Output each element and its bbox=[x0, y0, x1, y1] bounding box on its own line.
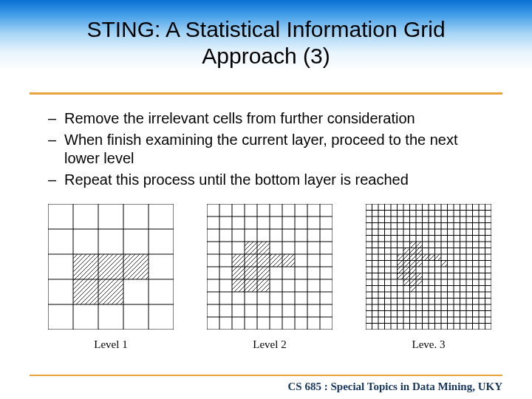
slide-footer: CS 685 : Special Topics in Data Mining, … bbox=[30, 375, 502, 393]
svg-rect-4 bbox=[73, 254, 98, 279]
svg-rect-90 bbox=[416, 279, 423, 286]
svg-rect-28 bbox=[245, 254, 257, 267]
svg-rect-71 bbox=[410, 254, 417, 261]
slide-title: STING: A Statistical Information Grid Ap… bbox=[0, 0, 532, 69]
svg-rect-69 bbox=[398, 254, 404, 261]
svg-rect-87 bbox=[416, 273, 423, 280]
grid-svg bbox=[366, 204, 491, 330]
title-line-2: Approach (3) bbox=[202, 44, 330, 68]
svg-rect-83 bbox=[410, 267, 417, 273]
svg-rect-75 bbox=[435, 254, 442, 261]
svg-rect-7 bbox=[73, 279, 98, 304]
svg-rect-25 bbox=[245, 242, 257, 254]
svg-rect-89 bbox=[410, 279, 417, 286]
svg-rect-35 bbox=[232, 279, 245, 292]
svg-rect-8 bbox=[98, 279, 123, 304]
svg-rect-66 bbox=[403, 248, 410, 255]
svg-rect-73 bbox=[423, 254, 429, 261]
title-line-1: STING: A Statistical Information Grid bbox=[86, 17, 445, 41]
svg-rect-82 bbox=[403, 267, 410, 273]
svg-rect-85 bbox=[403, 273, 410, 280]
bullet-list: Remove the irrelevant cells from further… bbox=[48, 109, 484, 189]
svg-rect-81 bbox=[398, 267, 404, 273]
svg-rect-27 bbox=[232, 254, 245, 267]
svg-rect-86 bbox=[410, 273, 417, 280]
svg-rect-77 bbox=[403, 261, 410, 267]
svg-rect-64 bbox=[410, 242, 417, 248]
bullet-item: When finish examining the current layer,… bbox=[48, 131, 484, 168]
svg-rect-26 bbox=[257, 242, 270, 254]
svg-rect-31 bbox=[282, 254, 295, 267]
grid-svg bbox=[48, 204, 174, 330]
title-underline bbox=[30, 92, 502, 95]
svg-rect-34 bbox=[257, 267, 270, 279]
svg-rect-33 bbox=[245, 267, 257, 279]
grid-caption: Level 1 bbox=[94, 338, 127, 351]
grid-caption: Leve. 3 bbox=[412, 338, 446, 351]
svg-rect-6 bbox=[123, 254, 149, 279]
svg-rect-78 bbox=[410, 261, 417, 267]
svg-rect-32 bbox=[232, 267, 245, 279]
grid-block: Leve. 3 bbox=[366, 204, 491, 351]
svg-rect-79 bbox=[416, 261, 423, 267]
svg-rect-5 bbox=[98, 254, 123, 279]
grid-svg bbox=[207, 204, 332, 330]
svg-rect-65 bbox=[416, 242, 423, 248]
grid-block: Level 1 bbox=[48, 204, 174, 351]
svg-rect-68 bbox=[416, 248, 423, 255]
grid-caption: Level 2 bbox=[253, 338, 286, 351]
svg-rect-67 bbox=[410, 248, 417, 255]
bullet-item: Repeat this process until the bottom lay… bbox=[48, 171, 484, 189]
slide-header: STING: A Statistical Information Grid Ap… bbox=[0, 0, 532, 95]
svg-rect-30 bbox=[270, 254, 282, 267]
slide-content: Remove the irrelevant cells from further… bbox=[0, 95, 532, 189]
bullet-item: Remove the irrelevant cells from further… bbox=[48, 109, 484, 128]
svg-rect-70 bbox=[403, 254, 410, 261]
svg-rect-84 bbox=[398, 273, 404, 280]
svg-rect-36 bbox=[245, 279, 257, 292]
svg-rect-80 bbox=[441, 261, 448, 267]
svg-rect-91 bbox=[410, 286, 417, 293]
svg-rect-76 bbox=[398, 261, 404, 267]
svg-rect-88 bbox=[403, 279, 410, 286]
svg-rect-37 bbox=[257, 279, 270, 292]
svg-rect-72 bbox=[416, 254, 423, 261]
svg-rect-74 bbox=[429, 254, 435, 261]
footer-text: CS 685 : Special Topics in Data Mining, … bbox=[288, 381, 502, 392]
grid-diagrams: Level 1Level 2Leve. 3 bbox=[0, 192, 532, 351]
svg-rect-29 bbox=[257, 254, 270, 267]
grid-block: Level 2 bbox=[207, 204, 332, 351]
